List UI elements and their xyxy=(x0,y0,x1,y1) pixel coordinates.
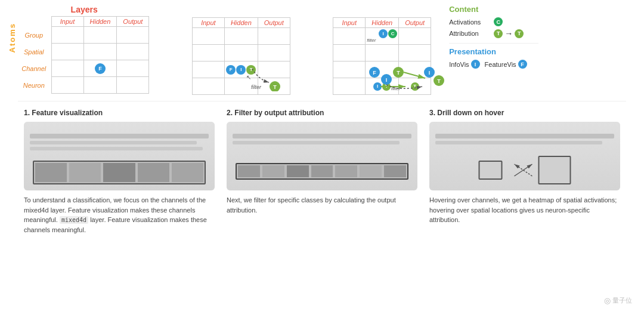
step-3-block: 3. Drill down on hover xyxy=(429,109,626,235)
cell-g-hidden xyxy=(83,27,117,44)
col2-header-input: Input xyxy=(192,18,224,28)
cell-g-output xyxy=(117,27,149,44)
grid-2-table: Input Hidden Output xyxy=(160,17,290,95)
badge-i-sp: I xyxy=(379,29,388,38)
step-2-image xyxy=(227,122,417,190)
svg-text:I: I xyxy=(386,77,388,83)
grid-3: Input Hidden Output xyxy=(301,17,431,95)
grid-3-table: Input Hidden Output xyxy=(301,17,431,95)
cell-s-output xyxy=(117,44,149,60)
col-header-hidden: Hidden xyxy=(83,17,117,27)
presentation-row: InfoVis I FeatureVis F xyxy=(449,60,538,69)
svg-text:filter: filter xyxy=(391,86,400,91)
cell-n-output xyxy=(117,77,149,94)
cell-g-input xyxy=(51,27,83,44)
infovis-label: InfoVis xyxy=(449,61,469,68)
col2-header-hidden: Hidden xyxy=(224,18,258,28)
cell-n-hidden xyxy=(83,77,117,94)
featurevis-badge: F xyxy=(518,60,527,69)
cell-c2-output: T filter ↖ xyxy=(258,61,290,78)
layers-title: Layers xyxy=(71,5,98,14)
grid-1: Layers Input Hidden Output xyxy=(19,5,149,94)
cell-c-output xyxy=(117,60,149,77)
step-1-text: To understand a classification, we focus… xyxy=(24,195,215,235)
content-panel: Content Activations C Attribution T → T … xyxy=(449,5,538,69)
small-box xyxy=(479,161,503,180)
cell-s-input xyxy=(51,44,83,60)
watermark: ◎ 量子位 xyxy=(604,296,632,305)
svg-text:I: I xyxy=(429,70,431,76)
step3-arrow-svg xyxy=(509,158,538,182)
svg-text:T: T xyxy=(438,78,441,84)
activations-label: Activations xyxy=(449,19,494,26)
cell-n-input xyxy=(51,77,83,94)
svg-text:T: T xyxy=(397,70,401,76)
col-header-input: Input xyxy=(51,17,83,27)
grid-2: Input Hidden Output xyxy=(160,17,290,95)
step-3-text: Hovering over channels, we get a heatmap… xyxy=(429,195,620,225)
attr-badge-t1: T xyxy=(494,29,503,38)
cell-s-hidden xyxy=(83,44,117,60)
content-title: Content xyxy=(449,5,538,14)
row-group: Group xyxy=(19,27,51,44)
step-2-title: 2. Filter by output attribution xyxy=(227,109,417,117)
col-header-output: Output xyxy=(117,17,149,27)
presentation-title: Presentation xyxy=(449,47,538,56)
attr-badge-t2: T xyxy=(515,29,524,38)
infovis-badge: I xyxy=(471,60,480,69)
arrow-diagram-3: F I T xyxy=(363,50,446,91)
featurevis-item: FeatureVis F xyxy=(485,60,527,69)
row-channel: Channel xyxy=(19,60,51,77)
step-1-image xyxy=(24,122,215,190)
col3-header-input: Input xyxy=(333,18,366,28)
activations-row: Activations C xyxy=(449,17,538,26)
col3-header-output: Output xyxy=(399,18,431,28)
grid-1-table: Input Hidden Output Group xyxy=(19,16,149,94)
cell-c-hidden: F xyxy=(83,60,117,77)
col3-header-hidden: Hidden xyxy=(366,18,399,28)
col2-header-output: Output xyxy=(258,18,290,28)
badge-f-1: F xyxy=(95,63,106,74)
svg-text:F: F xyxy=(373,70,377,76)
step-3-title: 3. Drill down on hover xyxy=(429,109,620,117)
activations-badge-c: C xyxy=(494,17,503,26)
step-1-block: 1. Feature visualization To xyxy=(24,109,221,235)
svg-line-14 xyxy=(404,72,425,78)
attribution-label: Attribution xyxy=(449,30,494,37)
row-spatial: Spatial xyxy=(19,44,51,60)
row-neuron: Neuron xyxy=(19,77,51,94)
cell-c3-hidden: F I T xyxy=(366,61,399,78)
infovis-item: InfoVis I xyxy=(449,60,479,69)
featurevis-label: FeatureVis xyxy=(485,61,516,68)
step-2-block: 2. Filter by output attribution Next, we… xyxy=(227,109,423,235)
attribution-row: Attribution T → T xyxy=(449,29,538,38)
cell-c-input xyxy=(51,60,83,77)
step-2-text: Next, we filter for specific classes by … xyxy=(227,195,417,215)
step-1-title: 1. Feature visualization xyxy=(24,109,215,117)
atoms-label: Atoms xyxy=(6,23,18,53)
step-3-image xyxy=(429,122,620,190)
badge-c-sp: C xyxy=(388,29,397,38)
large-box xyxy=(538,156,571,184)
